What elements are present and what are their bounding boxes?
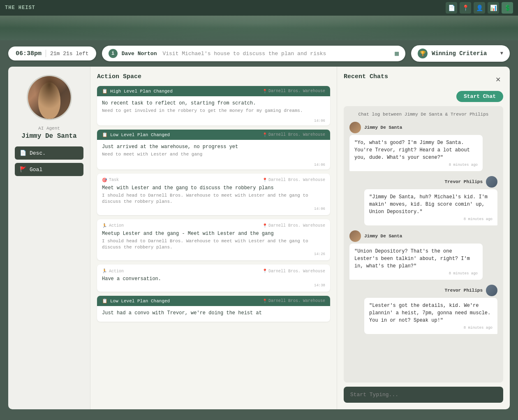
card-action-2: 🏃 Action 📍 Darnell Bros. Warehouse Have …: [97, 265, 330, 292]
card-low-level-plan-2: 📋 Low Level Plan Changed 📍 Darnell Bros.…: [97, 296, 330, 322]
card-time-4: 14:26: [102, 252, 325, 256]
card-time-1: 14:06: [97, 118, 330, 125]
header-label-1: High Level Plan Changed: [110, 89, 173, 94]
message-time-4: 8 minutes ago: [369, 326, 493, 330]
task-agent: Dave Norton: [122, 51, 157, 57]
card-type-3: Task: [109, 178, 119, 182]
close-button[interactable]: ✕: [493, 74, 503, 85]
card-type-5: Action: [109, 269, 124, 274]
location-3: Darnell Bros. Warehouse: [268, 178, 325, 182]
location-4: Darnell Bros. Warehouse: [268, 223, 325, 228]
nav-icon-dollar[interactable]: 💲: [502, 2, 513, 14]
card-sub-4: I should head to Darnell Bros. Warehouse…: [102, 238, 325, 251]
card-high-level-plan: 📋 High Level Plan Changed 📍 Darnell Bros…: [97, 86, 330, 125]
task-box[interactable]: i Dave Norton Visit Michael's house to d…: [102, 46, 405, 61]
right-panel-header: Recent Chats ✕: [344, 73, 503, 86]
goal-button[interactable]: 🚩 Goal: [15, 163, 83, 176]
card-sub-1: Need to get involved in the robbery to g…: [102, 108, 325, 114]
plan-icon-2: 📋: [102, 132, 108, 137]
action-type-icon-2: 🏃: [102, 269, 107, 274]
sender-name-4: Trevor Philips: [445, 288, 483, 293]
card-time-5: 14:38: [102, 283, 325, 288]
plan-icon-6: 📋: [102, 298, 108, 304]
hero-banner: [0, 16, 518, 40]
card-time-3: 14:06: [102, 207, 325, 211]
nav-icon-doc[interactable]: 📄: [446, 2, 457, 14]
jimmy-avatar-1: [349, 122, 361, 133]
center-panel: Action Space 📋 High Level Plan Changed 📍…: [90, 67, 337, 409]
message-time-2: 8 minutes ago: [369, 217, 493, 221]
chevron-down-icon: ▼: [500, 51, 503, 56]
card-type-4: Action: [109, 223, 124, 228]
chat-log-header: Chat log between Jimmy De Santa & Trevor…: [349, 112, 497, 117]
desc-button[interactable]: 📄 Desc.: [15, 146, 83, 160]
desc-icon: 📄: [20, 150, 26, 156]
winning-criteria-label: Winning Criteria: [432, 50, 496, 57]
header-label-2: Low Level Plan Changed: [110, 132, 170, 137]
nav-icons: 📄 📍 👤 📊 💲: [446, 2, 513, 14]
card-main-1: No recent task to reflect on, starting f…: [102, 100, 325, 106]
location-pin-3: 📍: [262, 178, 267, 183]
message-time-1: 8 minutes ago: [354, 163, 478, 167]
card-main-2: Just arrived at the warehouse, no progre…: [102, 144, 325, 150]
goal-label: Goal: [30, 167, 42, 173]
location-pin-icon-6: 📍: [262, 299, 267, 304]
chat-message-3: Jimmy De Santa "Union Depository? That's…: [349, 230, 497, 280]
chat-input-placeholder: Start Typing...: [350, 392, 398, 398]
start-chat-button[interactable]: Start Chat: [456, 91, 503, 102]
status-bar: 06:38pm 21m 21s left i Dave Norton Visit…: [0, 40, 518, 67]
message-text-1: "Yo, what's good? I'm Jimmy De Santa. Yo…: [354, 139, 478, 161]
sender-name-1: Jimmy De Santa: [364, 125, 402, 130]
right-panel: Recent Chats ✕ Start Chat Chat log betwe…: [337, 67, 510, 409]
jimmy-avatar-2: [349, 230, 361, 242]
desc-label: Desc.: [30, 150, 46, 156]
card-main-6: Just had a convo with Trevor, we're doin…: [102, 310, 325, 316]
message-text-4: "Lester's got the details, kid. We're pl…: [369, 302, 493, 324]
location-pin-5: 📍: [262, 269, 267, 274]
app-title: THE HEIST: [5, 5, 35, 11]
plan-icon: 📋: [102, 88, 108, 94]
trevor-avatar-1: [486, 176, 497, 188]
info-icon: i: [109, 49, 118, 58]
message-text-3: "Union Depository? That's the one Lester…: [354, 248, 478, 270]
card-time-2: 14:06: [97, 162, 330, 169]
action-type-icon-1: 🏃: [102, 223, 107, 228]
card-main-3: Meet with Lester and the gang to discuss…: [102, 185, 325, 191]
chat-message-2: Trevor Philips "Jimmy De Santa, huh? Mic…: [349, 176, 497, 225]
card-header-2: 📋 Low Level Plan Changed 📍 Darnell Bros.…: [97, 130, 330, 140]
avatar: [27, 75, 72, 120]
card-sub-3: I should head to Darnell Bros. Warehouse…: [102, 193, 325, 205]
location-6: Darnell Bros. Warehouse: [268, 299, 325, 303]
chat-message-1: Jimmy De Santa "Yo, what's good? I'm Jim…: [349, 122, 497, 171]
nav-icon-map[interactable]: 📍: [460, 2, 471, 14]
location-1: Darnell Bros. Warehouse: [268, 89, 325, 93]
nav-icon-user[interactable]: 👤: [474, 2, 485, 14]
goal-icon: 🚩: [20, 166, 26, 173]
message-time-3: 8 minutes ago: [354, 271, 478, 276]
card-low-level-plan-1: 📋 Low Level Plan Changed 📍 Darnell Bros.…: [97, 130, 330, 169]
card-main-4: Meetup Lester and the gang - Meet with L…: [102, 231, 325, 237]
top-nav: THE HEIST 📄 📍 👤 📊 💲: [0, 0, 518, 16]
message-text-2: "Jimmy De Santa, huh? Michael's kid. I'm…: [369, 193, 493, 216]
card-sub-2: Need to meet with Lester and the gang: [102, 151, 325, 158]
left-panel: AI Agent Jimmy De Santa 📄 Desc. 🚩 Goal: [8, 67, 90, 409]
location-2: Darnell Bros. Warehouse: [268, 132, 325, 137]
chat-message-4: Trevor Philips "Lester's got the details…: [349, 285, 497, 334]
current-time: 06:38pm: [16, 50, 42, 57]
sender-name-3: Jimmy De Santa: [364, 234, 402, 239]
card-main-5: Have a conversation.: [102, 276, 325, 282]
chat-input[interactable]: Start Typing...: [344, 387, 503, 403]
winning-criteria-box[interactable]: 🏆 Winning Criteria ▼: [411, 45, 510, 62]
nav-icon-chart[interactable]: 📊: [488, 2, 499, 14]
location-5: Darnell Bros. Warehouse: [268, 269, 325, 274]
agent-name: Jimmy De Santa: [21, 132, 76, 140]
header-label-6: Low Level Plan Changed: [110, 299, 170, 304]
chat-area: Chat log between Jimmy De Santa & Trevor…: [344, 106, 503, 383]
location-pin-icon-2: 📍: [262, 132, 267, 137]
location-pin-4: 📍: [262, 223, 267, 228]
time-box: 06:38pm 21m 21s left: [8, 46, 96, 60]
task-desc: Visit Michael's house to discuss the pla…: [162, 51, 326, 57]
trevor-avatar-2: [486, 285, 497, 296]
time-left: 21m 21s left: [50, 51, 89, 57]
main-content: AI Agent Jimmy De Santa 📄 Desc. 🚩 Goal A…: [0, 67, 518, 418]
